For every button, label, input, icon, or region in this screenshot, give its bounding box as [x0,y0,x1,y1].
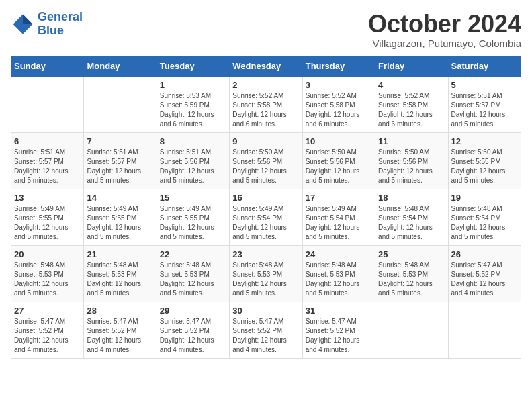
calendar-cell: 15Sunrise: 5:49 AM Sunset: 5:55 PM Dayli… [157,189,229,245]
logo-line2: Blue [38,24,64,37]
day-number: 27 [14,306,81,316]
day-number: 22 [160,249,226,259]
day-info: Sunrise: 5:48 AM Sunset: 5:54 PM Dayligh… [451,204,518,242]
calendar-cell: 3Sunrise: 5:52 AM Sunset: 5:58 PM Daylig… [302,76,375,132]
day-number: 24 [306,249,372,259]
day-number: 16 [232,193,299,203]
day-number: 10 [306,136,372,146]
day-info: Sunrise: 5:48 AM Sunset: 5:53 PM Dayligh… [87,261,153,298]
calendar-cell [11,76,84,132]
calendar-cell: 24Sunrise: 5:48 AM Sunset: 5:53 PM Dayli… [302,245,375,302]
calendar-cell: 2Sunrise: 5:52 AM Sunset: 5:58 PM Daylig… [230,76,302,132]
day-number: 7 [87,136,153,146]
month-title: October 2024 [368,11,521,38]
day-number: 13 [14,193,81,203]
day-info: Sunrise: 5:52 AM Sunset: 5:58 PM Dayligh… [306,91,372,129]
day-number: 2 [232,80,299,90]
day-number: 29 [160,306,226,316]
day-info: Sunrise: 5:50 AM Sunset: 5:56 PM Dayligh… [306,148,372,185]
day-number: 9 [232,136,299,146]
calendar-cell: 12Sunrise: 5:50 AM Sunset: 5:55 PM Dayli… [448,132,521,189]
calendar-cell: 17Sunrise: 5:49 AM Sunset: 5:54 PM Dayli… [302,189,375,245]
day-number: 31 [306,306,372,316]
day-number: 23 [232,249,299,259]
day-info: Sunrise: 5:51 AM Sunset: 5:57 PM Dayligh… [87,148,153,185]
header-thursday: Thursday [302,56,375,76]
day-number: 6 [14,136,81,146]
day-number: 4 [378,80,445,90]
header-saturday: Saturday [448,56,521,76]
calendar-week-row: 20Sunrise: 5:48 AM Sunset: 5:53 PM Dayli… [11,245,521,302]
day-number: 1 [160,80,226,90]
calendar-cell [84,76,157,132]
day-number: 26 [451,249,518,259]
day-info: Sunrise: 5:47 AM Sunset: 5:52 PM Dayligh… [14,317,81,355]
day-info: Sunrise: 5:47 AM Sunset: 5:52 PM Dayligh… [451,261,518,298]
day-info: Sunrise: 5:52 AM Sunset: 5:58 PM Dayligh… [378,91,445,129]
day-info: Sunrise: 5:47 AM Sunset: 5:52 PM Dayligh… [232,317,299,355]
day-info: Sunrise: 5:52 AM Sunset: 5:58 PM Dayligh… [232,91,299,129]
day-info: Sunrise: 5:48 AM Sunset: 5:53 PM Dayligh… [232,261,299,298]
calendar-cell: 14Sunrise: 5:49 AM Sunset: 5:55 PM Dayli… [84,189,157,245]
day-info: Sunrise: 5:51 AM Sunset: 5:57 PM Dayligh… [451,91,518,129]
day-number: 12 [451,136,518,146]
header-monday: Monday [84,56,157,76]
day-info: Sunrise: 5:53 AM Sunset: 5:59 PM Dayligh… [160,91,226,129]
calendar-cell: 28Sunrise: 5:47 AM Sunset: 5:52 PM Dayli… [84,302,157,358]
calendar-cell: 9Sunrise: 5:50 AM Sunset: 5:56 PM Daylig… [230,132,302,189]
calendar-cell: 6Sunrise: 5:51 AM Sunset: 5:57 PM Daylig… [11,132,84,189]
day-info: Sunrise: 5:49 AM Sunset: 5:55 PM Dayligh… [160,204,226,242]
day-info: Sunrise: 5:50 AM Sunset: 5:56 PM Dayligh… [378,148,445,185]
calendar-cell: 29Sunrise: 5:47 AM Sunset: 5:52 PM Dayli… [157,302,229,358]
page-header: General Blue October 2024 Villagarzon, P… [11,11,521,49]
calendar-cell: 5Sunrise: 5:51 AM Sunset: 5:57 PM Daylig… [448,76,521,132]
day-info: Sunrise: 5:48 AM Sunset: 5:53 PM Dayligh… [160,261,226,298]
calendar-cell [448,302,521,358]
header-sunday: Sunday [11,56,84,76]
calendar-cell: 1Sunrise: 5:53 AM Sunset: 5:59 PM Daylig… [157,76,229,132]
calendar-cell: 20Sunrise: 5:48 AM Sunset: 5:53 PM Dayli… [11,245,84,302]
day-number: 11 [378,136,445,146]
calendar-cell: 26Sunrise: 5:47 AM Sunset: 5:52 PM Dayli… [448,245,521,302]
day-info: Sunrise: 5:51 AM Sunset: 5:57 PM Dayligh… [14,148,81,185]
day-info: Sunrise: 5:48 AM Sunset: 5:54 PM Dayligh… [378,204,445,242]
day-number: 17 [306,193,372,203]
calendar-cell: 19Sunrise: 5:48 AM Sunset: 5:54 PM Dayli… [448,189,521,245]
day-number: 5 [451,80,518,90]
calendar-cell: 16Sunrise: 5:49 AM Sunset: 5:54 PM Dayli… [230,189,302,245]
calendar-cell: 23Sunrise: 5:48 AM Sunset: 5:53 PM Dayli… [230,245,302,302]
day-info: Sunrise: 5:49 AM Sunset: 5:55 PM Dayligh… [14,204,81,242]
logo-line1: General [38,10,83,24]
day-info: Sunrise: 5:51 AM Sunset: 5:56 PM Dayligh… [160,148,226,185]
calendar-cell: 7Sunrise: 5:51 AM Sunset: 5:57 PM Daylig… [84,132,157,189]
calendar-cell: 8Sunrise: 5:51 AM Sunset: 5:56 PM Daylig… [157,132,229,189]
calendar-cell: 22Sunrise: 5:48 AM Sunset: 5:53 PM Dayli… [157,245,229,302]
day-info: Sunrise: 5:47 AM Sunset: 5:52 PM Dayligh… [87,317,153,355]
day-number: 15 [160,193,226,203]
location-subtitle: Villagarzon, Putumayo, Colombia [368,38,521,49]
day-info: Sunrise: 5:50 AM Sunset: 5:55 PM Dayligh… [451,148,518,185]
day-info: Sunrise: 5:50 AM Sunset: 5:56 PM Dayligh… [232,148,299,185]
day-number: 21 [87,249,153,259]
calendar-week-row: 1Sunrise: 5:53 AM Sunset: 5:59 PM Daylig… [11,76,521,132]
day-number: 19 [451,193,518,203]
day-number: 28 [87,306,153,316]
day-info: Sunrise: 5:49 AM Sunset: 5:55 PM Dayligh… [87,204,153,242]
logo-icon [11,12,35,36]
day-number: 30 [232,306,299,316]
calendar-cell: 31Sunrise: 5:47 AM Sunset: 5:52 PM Dayli… [302,302,375,358]
day-info: Sunrise: 5:47 AM Sunset: 5:52 PM Dayligh… [306,317,372,355]
day-number: 14 [87,193,153,203]
calendar-cell: 21Sunrise: 5:48 AM Sunset: 5:53 PM Dayli… [84,245,157,302]
day-info: Sunrise: 5:48 AM Sunset: 5:53 PM Dayligh… [378,261,445,298]
day-number: 8 [160,136,226,146]
header-wednesday: Wednesday [230,56,302,76]
day-info: Sunrise: 5:48 AM Sunset: 5:53 PM Dayligh… [14,261,81,298]
header-friday: Friday [375,56,448,76]
logo: General Blue [11,11,83,38]
title-block: October 2024 Villagarzon, Putumayo, Colo… [368,11,521,49]
header-tuesday: Tuesday [157,56,229,76]
calendar-week-row: 6Sunrise: 5:51 AM Sunset: 5:57 PM Daylig… [11,132,521,189]
calendar-cell: 4Sunrise: 5:52 AM Sunset: 5:58 PM Daylig… [375,76,448,132]
calendar-header-row: SundayMondayTuesdayWednesdayThursdayFrid… [11,56,521,76]
